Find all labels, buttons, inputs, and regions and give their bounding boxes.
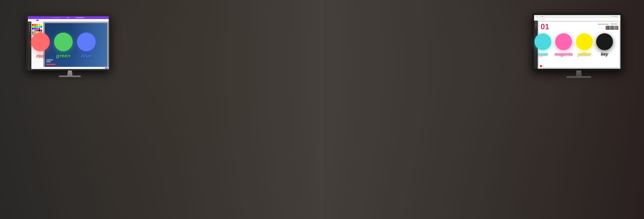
yellow-circle-group: yellow: [576, 33, 593, 57]
color-black[interactable]: [38, 30, 40, 31]
color-blue[interactable]: [32, 28, 34, 29]
color-ltgray[interactable]: [32, 30, 34, 31]
key-label: key: [601, 52, 608, 57]
canva-toolbar: [28, 19, 109, 21]
red-label: red: [36, 53, 44, 59]
sidebar-icon-2[interactable]: [29, 25, 30, 27]
color-brown[interactable]: [40, 30, 42, 31]
color-orange2[interactable]: [36, 24, 38, 26]
right-tool-1[interactable]: [535, 19, 538, 20]
right-search-bar[interactable]: 🔍 Find a template: [609, 16, 619, 17]
right-tool-3[interactable]: [541, 19, 542, 20]
canva-top-bar: Canva for Websites Search an element: [28, 16, 109, 19]
red-circle: [31, 32, 50, 51]
search-bar-left[interactable]: Search an element: [75, 17, 84, 18]
green-circle-group: green: [54, 32, 73, 59]
right-nav-tabs: Hero Projects: [535, 16, 544, 17]
left-monitor-stand: [66, 71, 74, 75]
help-btn[interactable]: Help: [105, 67, 108, 69]
blue-circle-group: blue: [77, 32, 96, 59]
color-cyan[interactable]: [38, 26, 40, 28]
tool-btn-1[interactable]: [29, 20, 31, 21]
hero-logo-icon: H: [540, 65, 542, 67]
blue-circle: [77, 32, 96, 51]
key-circle-group: key: [596, 33, 613, 57]
magenta-circle: [555, 33, 572, 50]
tool-btn-4[interactable]: [36, 20, 39, 21]
cyan-circle: [534, 33, 551, 50]
canva-title-text: Canva for Websites: [52, 17, 60, 18]
right-monitor-stand: [574, 71, 584, 76]
right-sidebar-icon-1[interactable]: [535, 21, 537, 23]
canva-sidebar: [28, 21, 31, 69]
mood-board-title: Mood board: [611, 23, 617, 24]
magenta-circle-group: magenta: [555, 33, 572, 57]
color-yellow[interactable]: [38, 24, 40, 26]
search-icon-right: 🔍: [611, 16, 612, 17]
green-label: green: [56, 53, 71, 59]
photo-3: [614, 26, 618, 30]
color-lime[interactable]: [32, 26, 34, 28]
right-sidebar-icon-2[interactable]: [535, 24, 537, 26]
blue-label: blue: [81, 53, 92, 59]
yellow-circle: [576, 33, 593, 50]
aloha-title: Aloha Friday Project: [598, 23, 608, 25]
sidebar-icon-1[interactable]: [29, 22, 30, 24]
canva-bottom-bar: 100% Help: [43, 67, 109, 69]
poster-text-1: SANDRASWIM: [46, 59, 53, 63]
hero-logo-text: hero: [542, 66, 544, 66]
left-monitor-base: [59, 75, 81, 77]
tool-separator: [35, 19, 36, 21]
color-pink[interactable]: [38, 28, 40, 29]
photo-1: [606, 26, 610, 30]
sidebar-icon-5[interactable]: [29, 34, 30, 34]
color-dkgray[interactable]: [36, 30, 38, 31]
sidebar-icon-4[interactable]: [29, 30, 30, 32]
color-green[interactable]: [34, 26, 36, 28]
color-mint[interactable]: [36, 26, 38, 28]
tool-btn-2[interactable]: [31, 20, 32, 21]
tab-2[interactable]: Projects: [540, 16, 544, 17]
red-circle-group: red: [31, 32, 50, 59]
right-top-bar: Hero Projects 🔍 Find a template: [534, 15, 620, 18]
zoom-indicator: 100%: [102, 68, 104, 69]
magenta-label: magenta: [555, 52, 572, 57]
green-circle: [54, 32, 73, 51]
cyan-label: cyan: [538, 52, 548, 57]
right-toolbar: [534, 18, 620, 21]
color-violet[interactable]: [34, 28, 36, 29]
photo-strip: [606, 26, 618, 30]
color-yellow2[interactable]: [40, 24, 42, 26]
right-monitor-base: [566, 76, 591, 78]
cmyk-circles-overlay: cyan magenta yellow key: [534, 33, 613, 57]
center-divider: [322, 0, 322, 219]
cyan-circle-group: cyan: [534, 33, 551, 57]
yellow-label: yellow: [578, 52, 591, 57]
color-orange[interactable]: [34, 24, 36, 26]
color-panel-search[interactable]: [32, 22, 42, 23]
tab-1[interactable]: Hero: [535, 16, 539, 17]
search-placeholder: Find a template: [612, 16, 618, 17]
nav-dot-1: [66, 17, 68, 18]
nav-dot-2: [68, 17, 69, 18]
color-white[interactable]: [40, 28, 42, 29]
key-circle: [596, 33, 613, 50]
hero-logo: H hero: [540, 65, 544, 67]
color-magenta[interactable]: [36, 28, 38, 29]
sidebar-icon-3[interactable]: [29, 28, 30, 30]
tool-btn-3[interactable]: [33, 20, 34, 21]
rgb-circles-overlay: red green blue: [31, 32, 96, 59]
right-sidebar-icon-3[interactable]: [535, 27, 537, 29]
right-tool-sep: [540, 19, 540, 20]
color-red[interactable]: [32, 24, 34, 26]
right-tool-2[interactable]: [538, 19, 540, 20]
slide-number: 01: [540, 23, 549, 30]
right-tool-4[interactable]: [543, 19, 545, 20]
photo-2: [610, 26, 614, 30]
color-midgray[interactable]: [34, 30, 36, 31]
poster-badge: Summer Collection 2024: [46, 64, 56, 65]
color-azure[interactable]: [40, 26, 42, 28]
